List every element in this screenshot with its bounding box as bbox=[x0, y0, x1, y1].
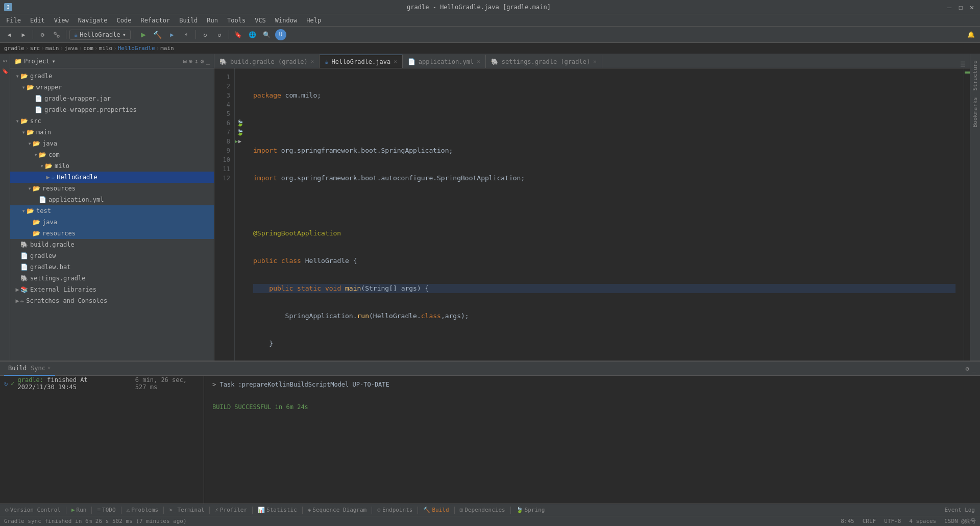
tab-appyml[interactable]: 📄 application.yml × bbox=[403, 55, 486, 68]
update-button[interactable]: ↻ bbox=[199, 29, 211, 41]
tab-settingsgradle[interactable]: 🐘 settings.gradle (gradle) × bbox=[486, 55, 602, 68]
tree-item-wrapper-jar[interactable]: 📄 gradle-wrapper.jar bbox=[10, 93, 214, 104]
menu-tools[interactable]: Tools bbox=[223, 16, 250, 25]
build-tab[interactable]: Build Sync × bbox=[4, 362, 55, 376]
toolbar-run[interactable]: ▶ Run bbox=[68, 505, 90, 515]
breadcrumb-hellogra[interactable]: HelloGradle bbox=[118, 45, 155, 52]
breadcrumb-mainm[interactable]: main bbox=[160, 45, 174, 52]
notifications-button[interactable]: 🔔 bbox=[965, 29, 977, 41]
tree-item-scratches[interactable]: ▶ ✏️ Scratches and Consoles bbox=[10, 295, 214, 306]
bookmark-button[interactable]: 🔖 bbox=[232, 29, 244, 41]
tree-item-wrapper[interactable]: ▾ 📂 wrapper bbox=[10, 82, 214, 93]
menu-refactor[interactable]: Refactor bbox=[136, 16, 174, 25]
toolbar-event-log[interactable]: Event Log bbox=[941, 505, 978, 515]
bottom-gear-icon[interactable]: ⚙ bbox=[966, 365, 969, 372]
scroll-to-center-icon[interactable]: ⊕ bbox=[189, 58, 192, 65]
menu-run[interactable]: Run bbox=[203, 16, 222, 25]
right-label-bookmarks[interactable]: Bookmarks bbox=[971, 95, 979, 130]
cursor-position[interactable]: 8:45 bbox=[841, 518, 854, 524]
tree-item-hellogra[interactable]: ▶ ☕ HelloGradle bbox=[10, 172, 214, 183]
menu-navigate[interactable]: Navigate bbox=[74, 16, 112, 25]
sort-icon[interactable]: ↕ bbox=[194, 58, 198, 65]
tab-buildgradle[interactable]: 🐘 build.gradle (gradle) × bbox=[214, 55, 320, 68]
minimize-button[interactable]: – bbox=[945, 3, 953, 11]
tree-item-settingsgradle[interactable]: 🐘 settings.gradle bbox=[10, 273, 214, 284]
translate-button[interactable]: 🌐 bbox=[247, 29, 259, 41]
toolbar-sequence-diagram[interactable]: ◈ Sequence Diagram bbox=[305, 505, 370, 515]
tab-appyml-close[interactable]: × bbox=[477, 58, 480, 65]
tab-settingsgradle-close[interactable]: × bbox=[593, 58, 597, 65]
git-account[interactable]: CSDN @账号 bbox=[944, 517, 976, 525]
project-settings-icon[interactable]: ⚙ bbox=[201, 58, 204, 65]
tab-hellogra[interactable]: ☕ HelloGradle.java × bbox=[320, 55, 402, 68]
tree-item-com[interactable]: ▾ 📂 com bbox=[10, 149, 214, 160]
tree-item-gradlew[interactable]: 📄 gradlew bbox=[10, 250, 214, 261]
profile-button[interactable]: ⚡ bbox=[180, 29, 192, 41]
menu-view[interactable]: View bbox=[50, 16, 73, 25]
encoding[interactable]: UTF-8 bbox=[884, 518, 901, 524]
breadcrumb-com[interactable]: com bbox=[83, 45, 93, 52]
build-item-sync[interactable]: ↻ ✓ gradle: finished At 2022/11/30 19:45… bbox=[0, 378, 204, 389]
tree-item-src[interactable]: ▾ 📂 src bbox=[10, 115, 214, 127]
undo-button[interactable]: ↺ bbox=[213, 29, 226, 41]
breadcrumb-java[interactable]: java bbox=[64, 45, 78, 52]
toolbar-terminal[interactable]: >_ Terminal bbox=[166, 505, 207, 515]
menu-window[interactable]: Window bbox=[271, 16, 301, 25]
breadcrumb-src[interactable]: src bbox=[30, 45, 40, 52]
menu-build[interactable]: Build bbox=[175, 16, 202, 25]
tree-item-external-libs[interactable]: ▶ 📚 External Libraries bbox=[10, 284, 214, 295]
menu-code[interactable]: Code bbox=[113, 16, 136, 25]
tree-item-test-java[interactable]: 📂 java bbox=[10, 217, 214, 228]
toolbar-todo[interactable]: ≡ TODO bbox=[94, 505, 118, 515]
toolbar-settings-button[interactable]: ⚙ bbox=[36, 29, 48, 41]
tree-item-gradle[interactable]: ▾ 📂 gradle bbox=[10, 70, 214, 82]
structure-icon[interactable]: S bbox=[1, 56, 10, 65]
toolbar-vcs-button[interactable] bbox=[51, 29, 63, 41]
toolbar-version-control[interactable]: ⚙ Version Control bbox=[2, 505, 64, 515]
menu-file[interactable]: File bbox=[2, 16, 25, 25]
toolbar-build[interactable]: 🔨 Build bbox=[420, 505, 452, 515]
menu-edit[interactable]: Edit bbox=[26, 16, 49, 25]
breadcrumb-milo[interactable]: milo bbox=[99, 45, 113, 52]
bookmarks-icon[interactable]: 🔖 bbox=[1, 66, 10, 76]
indent-setting[interactable]: 4 spaces bbox=[909, 518, 936, 524]
toolbar-endpoints[interactable]: ⊕ Endpoints bbox=[374, 505, 415, 515]
tab-menu-button[interactable]: ☰ bbox=[956, 61, 970, 68]
bottom-minimize-icon[interactable]: _ bbox=[972, 365, 976, 372]
toolbar-dependencies[interactable]: ⊞ Dependencies bbox=[457, 505, 508, 515]
tree-item-test[interactable]: ▾ 📂 test bbox=[10, 205, 214, 217]
project-dropdown-icon[interactable]: ▾ bbox=[52, 58, 56, 65]
toolbar-problems[interactable]: ⚠ Problems bbox=[124, 505, 162, 515]
toolbar-forward-button[interactable]: ▶ bbox=[17, 29, 30, 41]
tree-item-buildgradle[interactable]: 🐘 build.gradle bbox=[10, 239, 214, 250]
tab-hellogra-close[interactable]: × bbox=[394, 58, 397, 65]
tree-item-main[interactable]: ▾ 📂 main bbox=[10, 127, 214, 138]
line-separator[interactable]: CRLF bbox=[863, 518, 876, 524]
avatar-button[interactable]: U bbox=[275, 29, 286, 40]
tree-item-java[interactable]: ▾ 📂 java bbox=[10, 138, 214, 149]
toolbar-back-button[interactable]: ◀ bbox=[3, 29, 15, 41]
coverage-button[interactable]: ▶ bbox=[166, 29, 178, 41]
build-button[interactable]: 🔨 bbox=[152, 29, 164, 41]
breadcrumb-main[interactable]: main bbox=[45, 45, 59, 52]
run-button[interactable]: ▶ bbox=[137, 29, 150, 41]
tab-buildgradle-close[interactable]: × bbox=[311, 58, 314, 65]
search-everywhere-button[interactable]: 🔍 bbox=[261, 29, 273, 41]
tree-item-gradlewbat[interactable]: 📄 gradlew.bat bbox=[10, 261, 214, 273]
tree-item-milo[interactable]: ▾ 📂 milo bbox=[10, 160, 214, 172]
tree-item-resources[interactable]: ▾ 📂 resources bbox=[10, 183, 214, 194]
tree-item-appyml[interactable]: 📄 application.yml bbox=[10, 194, 214, 205]
maximize-button[interactable]: ☐ bbox=[957, 3, 965, 11]
toolbar-spring[interactable]: 🍃 Spring bbox=[513, 505, 548, 515]
project-minimize-icon[interactable]: _ bbox=[206, 58, 210, 65]
tree-item-test-resources[interactable]: 📂 resources bbox=[10, 228, 214, 239]
code-content[interactable]: package com.milo; import org.springframe… bbox=[245, 68, 964, 361]
toolbar-profiler[interactable]: ⚡ Profiler bbox=[212, 505, 250, 515]
collapse-all-icon[interactable]: ⊟ bbox=[183, 58, 187, 65]
menu-help[interactable]: Help bbox=[302, 16, 325, 25]
breadcrumb-gradle[interactable]: gradle bbox=[4, 45, 24, 52]
run-config-selector[interactable]: ☕ HelloGradle ▾ bbox=[69, 30, 131, 40]
menu-vcs[interactable]: VCS bbox=[251, 16, 270, 25]
build-tab-close[interactable]: × bbox=[47, 365, 51, 371]
tree-item-wrapper-props[interactable]: 📄 gradle-wrapper.properties bbox=[10, 104, 214, 115]
